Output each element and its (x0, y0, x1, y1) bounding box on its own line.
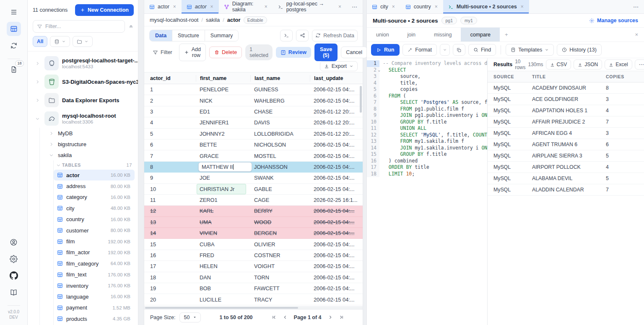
chevron-down-icon[interactable] (49, 153, 55, 157)
chevron-right-icon[interactable] (35, 98, 41, 103)
editor-line[interactable]: 12 SELECT 'MySQL', f.title, COUNT( (367, 132, 487, 139)
chevron-right-icon[interactable] (35, 61, 41, 66)
cancel-button[interactable]: Cancel (341, 46, 367, 58)
save-button[interactable]: Save (5) (314, 44, 338, 61)
table-item-address[interactable]: address80.00 KB (54, 181, 135, 191)
share-button[interactable] (296, 30, 309, 41)
results-row[interactable]: MySQLACADEMY DINOSAUR8 (488, 83, 644, 94)
table-row[interactable]: 9JOESWANK2006-02-15 04:... (144, 173, 363, 183)
sync-nav-button[interactable] (7, 39, 21, 53)
chevron-right-icon[interactable] (35, 80, 41, 84)
close-icon[interactable]: × (338, 4, 341, 10)
docs-button[interactable] (7, 285, 21, 299)
add-row-button[interactable]: Add row (179, 44, 206, 61)
table-row[interactable]: 10CHRISTIAN JrGABLE2006-02-15 04:... (144, 184, 363, 195)
previous-page-button[interactable] (283, 315, 288, 320)
table-item-country[interactable]: country16.00 KB (54, 214, 135, 225)
table-row[interactable]: 20LUCILLETRACY2006-02-15 04:... (144, 294, 363, 305)
table-row[interactable]: 2NICKWAHLBERG2006-02-15 04:... (144, 95, 363, 106)
editor-line[interactable]: 14 JOIN my1.sakila.inventory i ON (367, 145, 487, 152)
connection-filter-field[interactable] (33, 20, 125, 33)
table-item-inventory[interactable]: inventory176.00 KB (54, 280, 135, 291)
grid-horizontal-scrollbar[interactable] (144, 306, 363, 309)
table-row[interactable]: 18DANTORN2006-02-15 04:... (144, 272, 363, 283)
filter-chip-database-type[interactable] (50, 36, 70, 47)
table-item-category[interactable]: category16.00 KB (54, 192, 135, 203)
export-button[interactable]: Export (320, 61, 358, 71)
close-panel-icon[interactable]: × (629, 28, 644, 41)
sql-editor[interactable]: 1-- Compare inventory levels across d2⌄ … (367, 58, 487, 325)
table-item-products[interactable]: products4.35 GB (54, 313, 135, 324)
table-item-film[interactable]: film192.00 KB (54, 236, 135, 247)
column-header-first-name[interactable]: first_name (196, 75, 250, 82)
tab-structure[interactable]: Structure (172, 30, 205, 41)
table-row[interactable]: 1PENELOPEGUINESS2006-02-15 04:... (144, 84, 363, 95)
editor-line[interactable]: 18 LIMIT 10; (367, 171, 487, 178)
settings-button[interactable] (7, 252, 21, 266)
last-page-button[interactable] (339, 315, 344, 320)
export-csv-button[interactable]: CSV (546, 59, 571, 70)
table-row[interactable]: 7GRACEMOSTEL2006-02-15 04:... (144, 150, 363, 161)
breadcrumb-connection[interactable]: mysql-localhost-root (150, 17, 198, 23)
connection-filter-input[interactable] (45, 23, 121, 29)
close-icon[interactable]: × (173, 4, 176, 10)
account-button[interactable] (7, 235, 21, 249)
cell-edit-input[interactable]: MATTHEW II (198, 162, 252, 172)
connection-item-postgresql-localhost-target-[interactable]: postgresql-localhost-target-...localhost… (30, 54, 138, 72)
next-page-button[interactable] (327, 315, 333, 320)
table-row[interactable]: 12KARLBERRY2006-02-15 04:... (144, 206, 363, 217)
table-item-language[interactable]: language16.00 KB (54, 291, 135, 302)
table-item-customer[interactable]: customer80.00 KB (54, 225, 135, 236)
table-item-film_text[interactable]: film_text176.00 KB (54, 269, 135, 280)
table-row[interactable]: 8MATTHEW IIJOHANSSON2006-02-15 04:... (144, 162, 363, 173)
hamburger-menu-button[interactable] (7, 5, 21, 19)
editor-line[interactable]: 4 title, (367, 80, 487, 87)
tab-overflow-button[interactable]: ⋯ (347, 0, 363, 13)
chevron-right-icon[interactable] (49, 131, 55, 136)
results-row[interactable]: MySQLADAPTATION HOLES 14 (488, 105, 644, 116)
collapse-all-icon[interactable] (127, 23, 135, 30)
close-icon[interactable]: × (435, 4, 438, 10)
close-icon[interactable]: × (392, 4, 395, 10)
tab-data[interactable]: Data (150, 30, 172, 41)
results-row[interactable]: MySQLAIRPLANE SIERRA 35 (488, 150, 644, 162)
editor-line[interactable]: 5 copies (367, 86, 487, 93)
table-row[interactable]: 16FREDCOSTNER2006-02-15 04:... (144, 250, 363, 261)
grid-vertical-scrollbar[interactable] (360, 84, 362, 306)
table-item-actor[interactable]: actor16.00 KB (54, 170, 135, 181)
editor-line[interactable]: 9 JOIN pg1.public.inventory i ON (367, 112, 487, 119)
query-tab-compare[interactable]: compare (461, 28, 500, 41)
tab-pg-local-spec[interactable]: pg-local-spec → postgres× (273, 0, 347, 13)
column-header-last-update[interactable]: last_update (310, 75, 363, 82)
results-row[interactable]: MySQLACE GOLDFINGER3 (488, 94, 644, 105)
table-row[interactable]: 15CUBAOLIVIER2006-02-15 04:... (144, 239, 363, 250)
tab-actor-2[interactable]: actor× (182, 0, 219, 13)
table-row[interactable]: 5JOHNNY2LOLLOBRIGIDA2026-01-12 20:... (144, 129, 363, 139)
fold-chevron-icon[interactable]: ⌄ (378, 67, 380, 74)
data-explorer-nav-button[interactable] (7, 22, 21, 36)
results-row[interactable]: MySQLAIRPORT POLLOCK4 (488, 162, 644, 173)
breadcrumb-table[interactable]: actor (227, 17, 241, 23)
first-page-button[interactable] (271, 315, 277, 320)
table-row[interactable]: 4JENNIFER1DAVIS2026-01-12 20:... (144, 117, 363, 128)
tab-city[interactable]: city× (367, 0, 400, 13)
table-item-film_category[interactable]: film_category64.00 KB (54, 258, 135, 269)
database-item-bigstructure[interactable]: bigstructure (41, 139, 138, 150)
editor-line[interactable]: 17 ORDER BY title (367, 164, 487, 171)
page-size-select[interactable]: 50 (179, 312, 201, 322)
close-icon[interactable]: × (521, 4, 524, 10)
connection-item-s3-digitalocean-spaces-nyc3[interactable]: S3-DigitalOcean-Spaces-nyc3 (30, 72, 138, 91)
editor-line[interactable]: 6 FROM ( (367, 93, 487, 100)
find-button[interactable]: Find (468, 44, 496, 56)
query-tab-missing[interactable]: missing (425, 28, 461, 41)
table-item-city[interactable]: city48.00 KB (54, 203, 135, 214)
add-query-tab-button[interactable]: + (500, 28, 513, 41)
editor-line[interactable]: 10 GROUP BY f.title (367, 119, 487, 126)
results-row[interactable]: MySQLAFRICAN EGG 43 (488, 128, 644, 139)
table-row[interactable]: 13UMAWOOD2006-02-15 04:... (144, 217, 363, 228)
source-pill-my1[interactable]: my1 (460, 17, 477, 24)
database-item-mydb[interactable]: MyDB (41, 128, 138, 139)
results-row[interactable]: MySQLAFFAIR PREJUDICE 27 (488, 116, 644, 128)
chevron-down-icon[interactable] (35, 116, 41, 121)
manage-sources-button[interactable]: Manage sources (589, 18, 638, 23)
